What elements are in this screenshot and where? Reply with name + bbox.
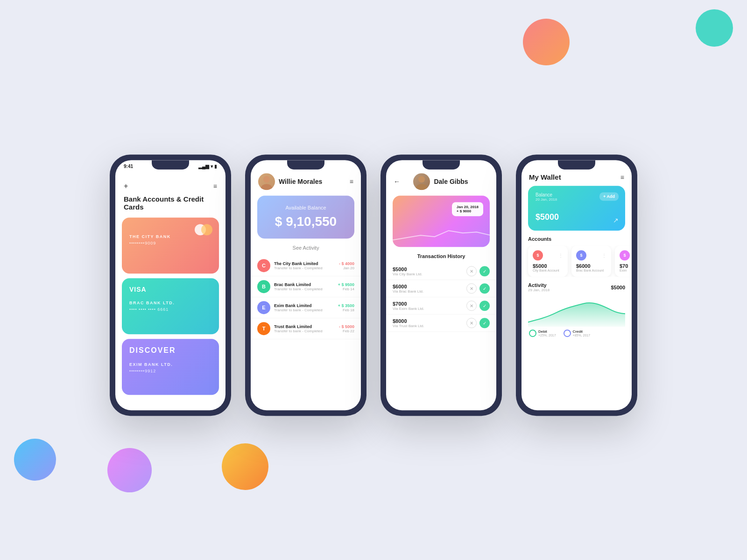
add-button[interactable]: + Add <box>599 192 619 201</box>
account-card-2[interactable]: $ ⋮ $6000 Brac Bank Account <box>571 245 611 277</box>
chart-tooltip: Jan 20, 2018 + $ 9000 <box>452 202 483 216</box>
legend-debit-text: Debit +25%, 2017 <box>538 329 556 337</box>
wave-chart <box>393 219 490 247</box>
credit-label: Credit <box>573 329 591 334</box>
activity-amount-label: $5000 <box>611 285 625 290</box>
acc-name-2: Brac Bank Account <box>576 269 606 272</box>
phone-4-notch <box>558 160 595 169</box>
cancel-btn-4[interactable]: ✕ <box>466 318 477 328</box>
svg-point-1 <box>261 184 272 190</box>
transaction-item-1: C The City Bank Limited Transfer to bank… <box>251 255 361 276</box>
phone-2: Willie Morales ≡ Available Balance $ 9,1… <box>245 154 366 416</box>
transaction-item-3: E Exim Bank Limited Transfer to bank - C… <box>251 297 361 318</box>
cancel-btn-1[interactable]: ✕ <box>466 266 477 276</box>
history-actions-3: ✕ ✓ <box>466 301 490 311</box>
back-arrow-icon[interactable]: ← <box>394 178 400 185</box>
acc-amount-3: $70 <box>620 263 632 269</box>
menu-icon[interactable]: ≡ <box>213 183 217 189</box>
exim-bank-number: ••••••••9912 <box>129 369 211 373</box>
tx-icon-b: B <box>257 280 270 293</box>
avatar-image-3 <box>413 173 430 190</box>
tx-amount-1: - $ 4000 <box>339 261 354 266</box>
confirm-btn-2[interactable]: ✓ <box>479 283 490 294</box>
debit-sub: +25%, 2017 <box>538 334 556 337</box>
visa-logo: VISA <box>129 286 211 293</box>
acc-more-1[interactable]: ⋮ <box>558 253 563 258</box>
user-info-3: Dale Gibbs <box>413 173 468 190</box>
phone-2-screen: Willie Morales ≡ Available Balance $ 9,1… <box>251 160 361 410</box>
balance-value: 5000 <box>540 212 559 222</box>
acc-amount-2: $6000 <box>576 263 606 269</box>
tx-sub-4: Transfer to bank - Completed <box>274 329 335 333</box>
tx-sub-3: Transfer to bank - Completed <box>274 308 334 312</box>
history-amount-3: $7000 <box>393 301 463 307</box>
history-info-1: $5000 Via City Bank Ltd. <box>393 266 463 276</box>
transaction-history-title: Transaction History <box>386 253 496 259</box>
history-item-3: $7000 Via Exim Bank Ltd. ✕ ✓ <box>386 297 496 315</box>
mastercard-logo <box>195 224 212 235</box>
tx-date-2: Feb 14 <box>338 287 354 291</box>
confirm-btn-4[interactable]: ✓ <box>479 318 490 328</box>
user-info: Willie Morales <box>258 173 322 190</box>
tx-right-2: + $ 9500 Feb 14 <box>338 282 354 291</box>
history-actions-2: ✕ ✓ <box>466 283 490 294</box>
discover-card[interactable]: DISCOVER EXIM BANK LTD. ••••••••9912 <box>122 339 219 395</box>
phone-4-screen: My Wallet ≡ Balance 20 Jan, 2018 $5000 +… <box>521 160 632 410</box>
battery-icon: ▮ <box>214 164 217 169</box>
currency-symbol: $ <box>536 212 540 222</box>
phone-2-notch <box>287 160 324 169</box>
account-card-3[interactable]: $ $70 Exim <box>615 245 632 277</box>
balance-card: Available Balance $ 9,10,550 <box>257 196 354 238</box>
account-card-1[interactable]: $ ⋮ $5000 City Bank Account <box>528 245 568 277</box>
menu-icon-2[interactable]: ≡ <box>350 178 353 185</box>
activity-section: Activity 29 Jan, 2018 $5000 <box>528 282 625 337</box>
legend-credit-circle <box>564 329 571 337</box>
visa-card[interactable]: VISA BRAC BANK LTD. •••• •••• •••• 6661 <box>122 278 219 334</box>
city-bank-number: ••••••••9009 <box>129 241 211 245</box>
phone-1-notch <box>152 160 189 169</box>
svg-point-0 <box>263 176 270 182</box>
phone-4: My Wallet ≡ Balance 20 Jan, 2018 $5000 +… <box>516 154 637 416</box>
history-info-4: $8000 Via Trust Bank Ltd. <box>393 318 463 328</box>
user-name: Willie Morales <box>279 178 322 185</box>
add-icon[interactable]: + <box>124 182 128 190</box>
brac-bank-name: BRAC BANK LTD. <box>129 301 211 305</box>
tx-sub-2: Transfer to bank - Completed <box>274 287 334 291</box>
phone-1-screen: 9:41 ▂▄▆ ▾ ▮ + ≡ Bank Accounts & Credit … <box>115 160 226 410</box>
debit-label: Debit <box>538 329 556 334</box>
legend-row: Debit +25%, 2017 Credit +85%, 2017 <box>528 329 625 337</box>
legend-credit: Credit +85%, 2017 <box>564 329 591 337</box>
acc-icon-1: $ <box>533 250 543 260</box>
exim-bank-name: EXIM BANK LTD. <box>129 362 211 367</box>
wifi-icon: ▾ <box>211 164 213 169</box>
history-actions-1: ✕ ✓ <box>466 266 490 276</box>
tx-info-1: The City Bank Limited Transfer to bank -… <box>274 261 335 270</box>
phone-3-notch <box>423 160 460 169</box>
menu-icon-4[interactable]: ≡ <box>620 174 624 181</box>
activity-label: Activity <box>528 282 550 288</box>
confirm-btn-3[interactable]: ✓ <box>479 301 490 311</box>
deco-circle-3 <box>14 439 56 481</box>
phone-3-screen: ← Dale Gibbs <box>386 160 496 410</box>
confirm-btn-1[interactable]: ✓ <box>479 266 490 276</box>
city-bank-card[interactable]: THE CITY BANK ••••••••9009 <box>122 217 219 273</box>
transaction-item-2: B Brac Bank Limited Transfer to bank - C… <box>251 276 361 297</box>
cancel-btn-3[interactable]: ✕ <box>466 301 477 311</box>
legend-debit: Debit +25%, 2017 <box>529 329 556 337</box>
phones-container: 9:41 ▂▄▆ ▾ ▮ + ≡ Bank Accounts & Credit … <box>110 154 637 416</box>
credit-sub: +85%, 2017 <box>573 334 591 337</box>
tx-icon-c: C <box>257 259 270 272</box>
transaction-item-4: T Trust Bank Limited Transfer to bank - … <box>251 318 361 339</box>
acc-more-2[interactable]: ⋮ <box>602 253 606 258</box>
tx-date-3: Feb 18 <box>338 308 354 312</box>
balance-label: Available Balance <box>267 205 345 210</box>
history-actions-4: ✕ ✓ <box>466 318 490 328</box>
cancel-btn-2[interactable]: ✕ <box>466 283 477 294</box>
see-activity[interactable]: See Activity <box>251 245 361 251</box>
tx-amount-3: + $ 3500 <box>338 303 354 308</box>
deco-circle-4 <box>107 448 152 492</box>
page-title: Bank Accounts & Credit Cards <box>124 195 217 211</box>
tx-date-4: Feb 22 <box>339 329 354 333</box>
avatar-image <box>258 173 275 190</box>
history-item-2: $6000 Via Brac Bank Ltd. ✕ ✓ <box>386 280 496 297</box>
